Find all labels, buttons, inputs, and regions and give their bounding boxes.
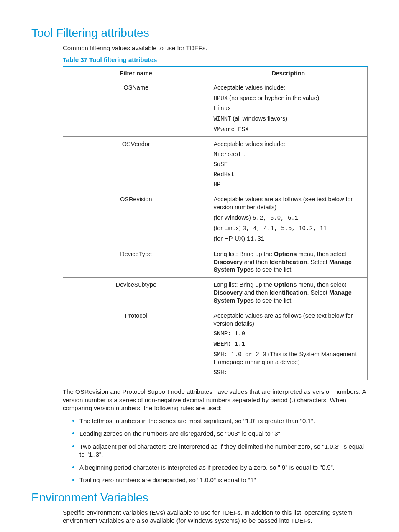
cell-description: Long list: Bring up the Options menu, th…	[209, 278, 368, 308]
col-description: Description	[209, 67, 368, 80]
list-item: Two adjacent period characters are inter…	[79, 442, 368, 459]
version-rules-list: The leftmost numbers in the series are m…	[63, 416, 368, 484]
heading-environment-variables: Environment Variables	[31, 490, 368, 505]
table-row: Protocol Acceptable values are as follow…	[63, 308, 368, 380]
cell-description: Long list: Bring up the Options menu, th…	[209, 247, 368, 278]
list-item: The leftmost numbers in the series are m…	[79, 416, 368, 425]
cell-description: Acceptable values are as follows (see te…	[209, 308, 368, 380]
cell-filter-name: Protocol	[63, 308, 209, 380]
cell-description: Acceptable values include: HPUX (no spac…	[209, 80, 368, 137]
cell-description: Acceptable values include: Microsoft SuS…	[209, 136, 368, 192]
cell-filter-name: DeviceSubtype	[63, 278, 209, 308]
heading-tool-filtering-attributes: Tool Filtering attributes	[31, 26, 368, 41]
table-row: DeviceType Long list: Bring up the Optio…	[63, 247, 368, 278]
table-row: OSRevision Acceptable values are as foll…	[63, 192, 368, 247]
cell-description: Acceptable values are as follows (see te…	[209, 192, 368, 247]
cell-filter-name: OSVendor	[63, 136, 209, 192]
cell-filter-name: OSName	[63, 80, 209, 137]
table-row: OSName Acceptable values include: HPUX (…	[63, 80, 368, 137]
intro-text: Common filtering values available to use…	[63, 44, 368, 52]
col-filter-name: Filter name	[63, 67, 209, 80]
list-item: Trailing zero numbers are disregarded, s…	[79, 475, 368, 484]
table-tool-filtering-attributes: Filter name Description OSName Acceptabl…	[63, 66, 368, 380]
env-vars-intro: Specific environment variables (EVs) ava…	[63, 509, 368, 525]
table-row: OSVendor Acceptable values include: Micr…	[63, 136, 368, 192]
table-caption: Table 37 Tool filtering attributes	[63, 56, 368, 64]
paragraph-version-rules-intro: The OSRevision and Protocol Support node…	[63, 388, 368, 412]
list-item: Leading zeroes on the numbers are disreg…	[79, 429, 368, 438]
cell-filter-name: DeviceType	[63, 247, 209, 278]
table-row: DeviceSubtype Long list: Bring up the Op…	[63, 278, 368, 308]
list-item: A beginning period character is interpre…	[79, 463, 368, 472]
cell-filter-name: OSRevision	[63, 192, 209, 247]
